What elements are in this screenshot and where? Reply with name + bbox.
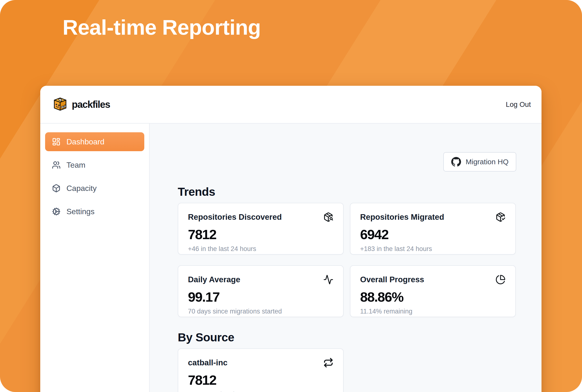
sidebar-item-label: Capacity bbox=[67, 184, 97, 193]
card-value: 6942 bbox=[360, 228, 506, 242]
card-value: 7812 bbox=[188, 228, 334, 242]
sidebar-item-label: Dashboard bbox=[67, 137, 105, 146]
stat-card-repositories-discovered: Repositories Discovered 7812 +46 in the … bbox=[178, 203, 344, 255]
migration-hq-button[interactable]: Migration HQ bbox=[443, 152, 516, 172]
packfiles-box-logo-icon bbox=[52, 97, 68, 112]
trends-card-grid: Repositories Discovered 7812 +46 in the … bbox=[178, 203, 516, 317]
activity-icon bbox=[323, 274, 334, 285]
app-header: packfiles Log Out bbox=[40, 86, 541, 124]
stat-card-daily-average: Daily Average 99.17 70 days since migrat… bbox=[178, 265, 344, 317]
repo-sync-icon bbox=[323, 358, 334, 368]
by-source-card-grid: catball-inc 7812 6942 completed bbox=[178, 348, 516, 392]
card-value: 7812 bbox=[188, 373, 334, 387]
sidebar-item-capacity[interactable]: Capacity bbox=[45, 179, 144, 198]
card-subtext: +46 in the last 24 hours bbox=[188, 245, 334, 253]
brand-name: packfiles bbox=[72, 99, 110, 110]
card-value: 99.17 bbox=[188, 290, 334, 304]
section-title-by-source: By Source bbox=[178, 331, 516, 344]
card-subtext: +183 in the last 24 hours bbox=[360, 245, 506, 253]
logout-button[interactable]: Log Out bbox=[506, 100, 531, 108]
window-body: Dashboard Team bbox=[40, 124, 541, 392]
toolbar-row: Migration HQ bbox=[178, 152, 516, 172]
stat-card-overall-progress: Overall Progress 88.86% 11.14% remaining bbox=[350, 265, 516, 317]
source-card-catball-inc: catball-inc 7812 6942 completed bbox=[178, 348, 344, 392]
main-content: Migration HQ Trends Repositories Discove… bbox=[150, 124, 541, 392]
sidebar: Dashboard Team bbox=[40, 124, 150, 392]
card-subtext: 11.14% remaining bbox=[360, 308, 506, 315]
cog-icon bbox=[52, 207, 61, 216]
app-window: packfiles Log Out Dashboard bbox=[40, 86, 541, 392]
card-label: Overall Progress bbox=[360, 274, 424, 285]
card-value: 88.86% bbox=[360, 290, 506, 304]
brand: packfiles bbox=[52, 97, 110, 112]
package-icon bbox=[52, 184, 61, 192]
card-label: Daily Average bbox=[188, 274, 240, 285]
card-label: Repositories Migrated bbox=[360, 212, 444, 223]
layout-dashboard-icon bbox=[52, 137, 61, 146]
section-title-trends: Trends bbox=[178, 185, 516, 198]
poster-background: Real-time Reporting bbox=[0, 0, 582, 392]
package-search-icon bbox=[323, 212, 334, 222]
sidebar-item-label: Team bbox=[67, 161, 85, 170]
poster-title: Real-time Reporting bbox=[63, 15, 261, 40]
github-icon bbox=[451, 157, 461, 167]
card-label: catball-inc bbox=[188, 357, 227, 368]
pie-chart-icon bbox=[495, 274, 506, 285]
sidebar-item-label: Settings bbox=[67, 207, 95, 216]
stat-card-repositories-migrated: Repositories Migrated 6942 +183 in the l… bbox=[350, 203, 516, 255]
sidebar-item-settings[interactable]: Settings bbox=[45, 202, 144, 221]
users-icon bbox=[52, 161, 61, 169]
card-subtext: 6942 completed bbox=[188, 390, 334, 392]
card-subtext: 70 days since migrations started bbox=[188, 308, 334, 315]
package-check-icon bbox=[495, 212, 506, 222]
sidebar-item-team[interactable]: Team bbox=[45, 156, 144, 174]
migration-hq-label: Migration HQ bbox=[466, 158, 508, 166]
card-label: Repositories Discovered bbox=[188, 212, 282, 223]
sidebar-item-dashboard[interactable]: Dashboard bbox=[45, 132, 144, 151]
